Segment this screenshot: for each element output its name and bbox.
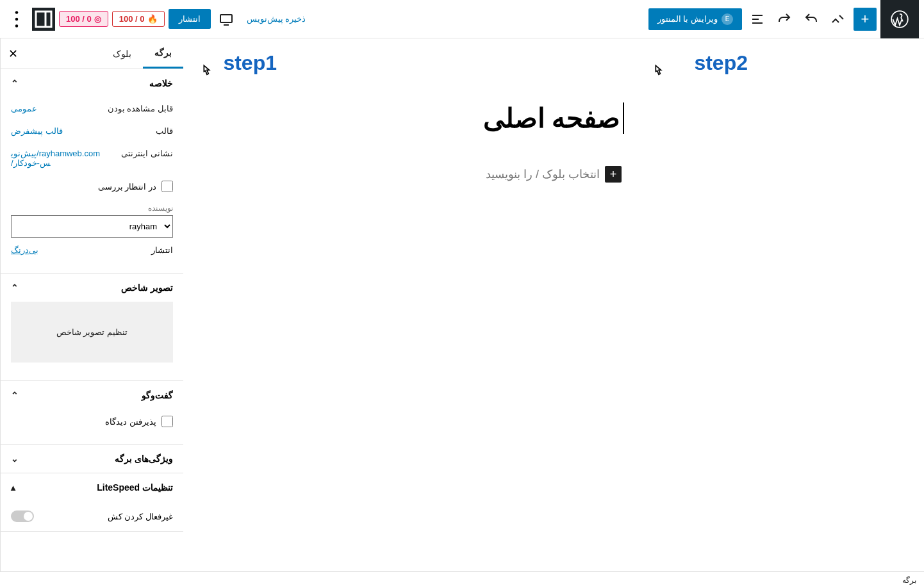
plus-icon[interactable]: +: [605, 166, 622, 183]
visibility-value[interactable]: عمومی: [11, 104, 37, 113]
save-draft-button[interactable]: ذخیره پیش‌نویس: [242, 9, 311, 29]
disable-cache-toggle[interactable]: [11, 510, 34, 522]
publish-label: انتشار: [151, 245, 173, 255]
chevron-up-icon: ⌃: [11, 282, 19, 293]
visibility-label: قابل مشاهده بودن: [108, 104, 173, 113]
visibility-row: قابل مشاهده بودن عمومی: [11, 97, 173, 120]
allow-comments-label: پذیرفتن دیدگاه: [105, 417, 156, 427]
chevron-up-icon: ▴: [11, 482, 15, 493]
panel-summary: خلاصه ⌃ قابل مشاهده بودن عمومی قالب قالب…: [1, 69, 183, 274]
preview-icon[interactable]: [215, 8, 238, 31]
panel-discussion: گفت‌وگو ⌃ پذیرفتن دیدگاه: [1, 381, 183, 445]
template-row: قالب قالب پیشفرض: [11, 120, 173, 142]
close-sidebar-icon[interactable]: ✕: [1, 38, 26, 69]
panel-litespeed-title: تنظیمات LiteSpeed: [97, 482, 173, 493]
settings-sidebar-toggle[interactable]: [32, 8, 55, 31]
panel-summary-title: خلاصه: [149, 78, 173, 88]
disable-cache-row: غیرفعال کردن کش: [1, 502, 183, 531]
editor-main: step1 step2 صفحه اصلی + انتخاب بلوک / را…: [0, 38, 924, 571]
disable-cache-label: غیرفعال کردن کش: [108, 512, 173, 521]
add-block-button[interactable]: +: [854, 8, 877, 31]
panel-litespeed-header[interactable]: تنظیمات LiteSpeed ▴: [1, 473, 183, 502]
url-label: نشانی اینترنتی: [121, 149, 173, 158]
options-menu-icon[interactable]: [5, 8, 28, 31]
allow-comments-row: پذیرفتن دیدگاه: [11, 409, 173, 434]
panel-featured-image: تصویر شاخص ⌃ تنظیم تصویر شاخص: [1, 274, 183, 381]
panel-attributes-header[interactable]: ویژگی‌های برگه ⌄: [1, 445, 183, 473]
panel-summary-header[interactable]: خلاصه ⌃: [1, 69, 183, 97]
publish-row: انتشار بی‌درنگ: [11, 238, 173, 263]
breadcrumb[interactable]: برگه: [902, 576, 916, 585]
page-title-input[interactable]: صفحه اصلی: [483, 102, 625, 134]
panel-litespeed: تنظیمات LiteSpeed ▴ غیرفعال کردن کش: [1, 473, 183, 532]
pending-review-label: در انتظار بررسی: [98, 182, 156, 192]
panel-featured-title: تصویر شاخص: [121, 282, 173, 293]
panel-discussion-header[interactable]: گفت‌وگو ⌃: [1, 381, 183, 409]
publish-button[interactable]: انتشار: [169, 9, 211, 29]
panel-attributes-title: ویژگی‌های برگه: [115, 453, 173, 464]
chevron-up-icon: ⌃: [11, 390, 19, 400]
editor-canvas[interactable]: step1 step2 صفحه اصلی + انتخاب بلوک / را…: [183, 38, 924, 571]
template-value[interactable]: قالب پیشفرض: [11, 126, 63, 136]
panel-page-attributes: ویژگی‌های برگه ⌄: [1, 445, 183, 473]
settings-sidebar: برگه بلوک ✕ خلاصه ⌃ قابل مشاهده بودن عمو…: [0, 38, 183, 571]
svg-point-4: [15, 17, 19, 20]
url-value[interactable]: rayhamweb.com/پیش‌نویس-خودکار/: [11, 149, 107, 168]
pending-review-row: در انتظار بررسی: [11, 174, 173, 199]
seo-score-badge-2[interactable]: ◎ 0 / 100: [59, 11, 108, 27]
editor-toolbar: + E ویرایش با المنتور ذخیره پیش‌نویس انت…: [0, 0, 924, 38]
set-featured-image-button[interactable]: تنظیم تصویر شاخص: [11, 302, 173, 363]
template-label: قالب: [156, 126, 173, 136]
seo-score-badge-1[interactable]: 🔥 0 / 100: [112, 11, 165, 27]
chevron-up-icon: ⌃: [11, 78, 19, 88]
tab-page[interactable]: برگه: [143, 38, 183, 69]
elementor-icon: E: [722, 13, 733, 25]
annotation-step2: step2: [694, 51, 748, 75]
annotation-step1: step1: [223, 51, 277, 75]
block-prompt-text: انتخاب بلوک / را بنویسید: [486, 167, 600, 181]
svg-point-3: [15, 11, 19, 14]
publish-value[interactable]: بی‌درنگ: [11, 245, 38, 255]
block-inserter-prompt[interactable]: + انتخاب بلوک / را بنویسید: [183, 166, 924, 183]
document-overview-icon[interactable]: [746, 8, 769, 31]
url-row: نشانی اینترنتی rayhamweb.com/پیش‌نویس-خو…: [11, 142, 173, 174]
editor-footer: برگه: [0, 571, 924, 588]
pending-review-checkbox[interactable]: [161, 181, 173, 192]
wordpress-logo[interactable]: [880, 0, 919, 38]
svg-rect-1: [220, 15, 232, 22]
sidebar-tabs: برگه بلوک ✕: [1, 38, 183, 69]
author-label: نویسنده: [11, 199, 173, 215]
author-select[interactable]: rayham: [11, 215, 173, 238]
redo-icon[interactable]: [773, 8, 796, 31]
panel-discussion-title: گفت‌وگو: [142, 390, 173, 400]
svg-rect-2: [36, 12, 51, 27]
undo-icon[interactable]: [800, 8, 823, 31]
tab-block[interactable]: بلوک: [101, 38, 143, 69]
svg-point-5: [15, 24, 19, 28]
edit-with-elementor-button[interactable]: E ویرایش با المنتور: [648, 8, 742, 30]
chevron-down-icon: ⌄: [11, 453, 19, 464]
edit-mode-icon[interactable]: [827, 8, 850, 31]
elementor-label: ویرایش با المنتور: [657, 14, 718, 24]
panel-featured-header[interactable]: تصویر شاخص ⌃: [1, 274, 183, 302]
allow-comments-checkbox[interactable]: [161, 416, 173, 427]
